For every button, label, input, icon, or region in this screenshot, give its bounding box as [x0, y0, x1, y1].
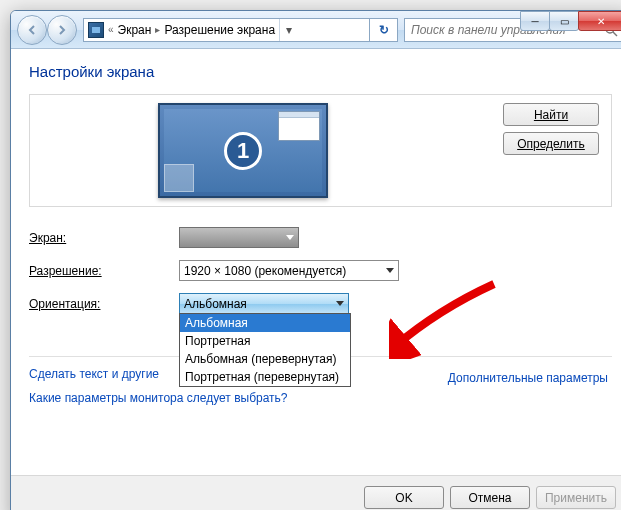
orientation-dropdown: Альбомная Портретная Альбомная (переверн…	[179, 313, 351, 387]
screen-select[interactable]	[179, 227, 299, 248]
arrow-left-icon	[26, 24, 38, 36]
breadcrumb-sep: ▸	[155, 24, 160, 35]
monitor-thumbnail[interactable]: 1	[158, 103, 328, 198]
refresh-button[interactable]: ↻	[370, 18, 398, 42]
breadcrumb-item[interactable]: Экран	[118, 23, 152, 37]
detect-button[interactable]: Определить	[503, 132, 599, 155]
orientation-option[interactable]: Альбомная (перевернутая)	[180, 350, 350, 368]
breadcrumb-sep: «	[108, 24, 114, 35]
ok-button[interactable]: OK	[364, 486, 444, 509]
minimize-button[interactable]: ─	[520, 11, 550, 31]
mini-taskbar-icon	[164, 164, 194, 192]
orientation-select[interactable]: Альбомная Альбомная Портретная Альбомная…	[179, 293, 349, 314]
screen-resolution-window: ─ ▭ ✕ « Экран ▸ Разрешение экрана ▾ ↻ На…	[10, 10, 621, 510]
address-dropdown[interactable]: ▾	[279, 19, 297, 41]
arrow-right-icon	[56, 24, 68, 36]
nav-back-button[interactable]	[17, 15, 47, 45]
resolution-value: 1920 × 1080 (рекомендуется)	[184, 264, 346, 278]
dialog-button-bar: OK Отмена Применить	[11, 475, 621, 510]
cancel-button[interactable]: Отмена	[450, 486, 530, 509]
find-button[interactable]: Найти	[503, 103, 599, 126]
orientation-option[interactable]: Портретная (перевернутая)	[180, 368, 350, 386]
maximize-button[interactable]: ▭	[549, 11, 579, 31]
control-panel-icon	[88, 22, 104, 38]
chevron-down-icon	[286, 235, 294, 240]
chevron-down-icon	[336, 301, 344, 306]
monitor-preview-box: 1 Найти Определить	[29, 94, 612, 207]
screen-label: Экран:	[29, 231, 179, 245]
orientation-option[interactable]: Альбомная	[180, 314, 350, 332]
orientation-value: Альбомная	[184, 297, 247, 311]
resolution-select[interactable]: 1920 × 1080 (рекомендуется)	[179, 260, 399, 281]
find-button-label: Найти	[534, 108, 568, 122]
breadcrumb-item[interactable]: Разрешение экрана	[164, 23, 275, 37]
svg-line-1	[613, 32, 617, 36]
address-bar[interactable]: « Экран ▸ Разрешение экрана ▾	[83, 18, 370, 42]
monitor-number-badge: 1	[224, 132, 262, 170]
page-title: Настройки экрана	[29, 63, 612, 80]
orientation-label: Ориентация:	[29, 297, 179, 311]
nav-forward-button[interactable]	[47, 15, 77, 45]
resolution-label: Разрешение:	[29, 264, 179, 278]
close-button[interactable]: ✕	[578, 11, 621, 31]
help-link[interactable]: Какие параметры монитора следует выбрать…	[29, 391, 612, 405]
content-area: Настройки экрана 1 Найти Определить Экра…	[11, 49, 621, 475]
apply-button[interactable]: Применить	[536, 486, 616, 509]
mini-window-icon	[278, 111, 320, 141]
chevron-down-icon	[386, 268, 394, 273]
orientation-option[interactable]: Портретная	[180, 332, 350, 350]
detect-button-label: Определить	[517, 137, 585, 151]
advanced-settings-link[interactable]: Дополнительные параметры	[448, 371, 608, 385]
